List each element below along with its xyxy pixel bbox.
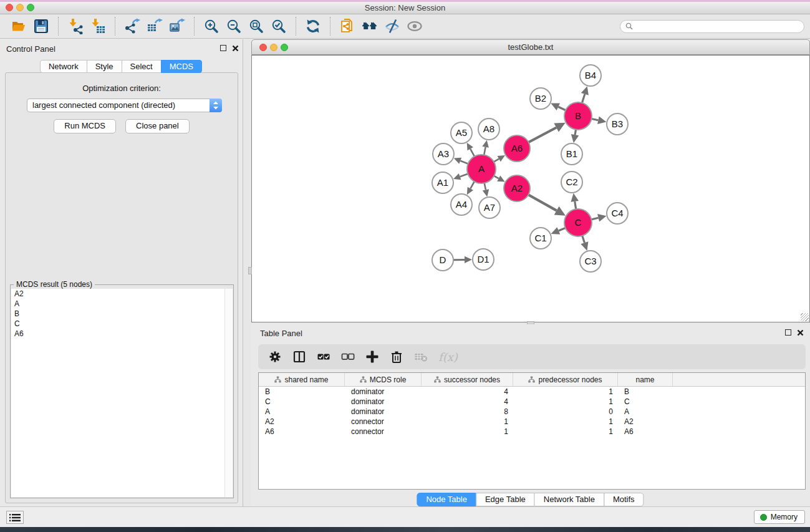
graph-node-B4[interactable]: B4 (580, 65, 601, 86)
search-input[interactable] (636, 21, 799, 31)
mcds-result-item[interactable]: A (11, 299, 233, 309)
export-table-button[interactable] (143, 16, 166, 36)
graph-node-A7[interactable]: A7 (479, 197, 500, 218)
network-window-titlebar[interactable]: testGlobe.txt (251, 39, 810, 55)
run-mcds-button[interactable]: Run MCDS (54, 119, 116, 133)
column-settings-button[interactable] (268, 350, 282, 364)
import-table-button[interactable] (87, 16, 109, 36)
reset-views-button[interactable] (359, 16, 381, 36)
float-panel-icon[interactable] (220, 45, 226, 51)
export-image-button[interactable] (166, 16, 188, 36)
table-cell[interactable]: C (259, 397, 345, 407)
table-row[interactable]: A2connector11A2 (259, 417, 805, 427)
table-cell[interactable]: 1 (513, 397, 618, 407)
delete-table-button[interactable] (414, 350, 428, 364)
column-header-shared-name[interactable]: shared name (259, 373, 345, 386)
tab-motifs[interactable]: Motifs (604, 493, 644, 506)
tab-node-table[interactable]: Node Table (417, 493, 476, 506)
delete-column-button[interactable] (390, 350, 403, 364)
mcds-result-item[interactable]: C (11, 319, 233, 329)
save-session-button[interactable] (30, 16, 52, 36)
zoom-selected-button[interactable] (268, 16, 290, 36)
memory-button[interactable]: Memory (754, 510, 805, 524)
table-cell[interactable]: 0 (513, 407, 618, 417)
tab-style[interactable]: Style (87, 60, 122, 73)
table-cell[interactable]: 1 (513, 417, 618, 427)
search-field[interactable] (620, 20, 804, 33)
table-cell[interactable]: 8 (422, 407, 513, 417)
table-cell[interactable]: A2 (618, 417, 673, 427)
graph-node-B[interactable]: B (564, 102, 592, 130)
graph-node-C4[interactable]: C4 (607, 203, 628, 224)
graph-node-D[interactable]: D (432, 249, 453, 271)
refresh-layout-button[interactable] (302, 16, 324, 36)
task-history-button[interactable] (6, 511, 24, 524)
add-column-button[interactable] (365, 350, 379, 364)
deselect-all-button[interactable] (341, 350, 355, 364)
show-columns-button[interactable] (292, 350, 306, 364)
graph-node-A1[interactable]: A1 (432, 172, 453, 193)
table-cell[interactable]: 4 (422, 387, 513, 397)
table-cell[interactable]: dominator (345, 397, 422, 407)
network-minimize-button[interactable] (270, 44, 277, 51)
close-panel-button[interactable]: Close panel (125, 119, 190, 133)
window-resize-grip[interactable] (801, 313, 809, 321)
mcds-result-list[interactable]: A2ABCA6 (11, 289, 233, 497)
graph-node-A2[interactable]: A2 (504, 175, 530, 201)
table-cell[interactable]: B (618, 387, 673, 397)
show-graphics-button[interactable] (403, 16, 426, 36)
criterion-dropdown[interactable]: largest connected component (directed) (27, 99, 222, 112)
table-cell[interactable]: A (618, 407, 673, 417)
table-cell[interactable]: A (259, 407, 345, 417)
graph-node-C[interactable]: C (564, 209, 592, 236)
table-cell[interactable]: 1 (513, 387, 618, 397)
table-cell[interactable]: dominator (345, 407, 422, 417)
export-network-button[interactable] (121, 16, 143, 36)
network-graph[interactable]: AA1A2A3A4A5A6A7A8BB1B2B3B4CC1C2C3C4DD1 (252, 56, 809, 322)
graph-node-B1[interactable]: B1 (561, 143, 582, 165)
graph-node-A[interactable]: A (467, 155, 496, 183)
table-cell[interactable]: dominator (345, 387, 422, 397)
graph-node-B3[interactable]: B3 (607, 114, 628, 135)
tab-mcds[interactable]: MCDS (161, 60, 202, 73)
table-row[interactable]: Adominator80A (259, 407, 805, 417)
hide-graphics-button[interactable] (381, 16, 403, 36)
graph-node-C3[interactable]: C3 (580, 251, 601, 272)
graph-node-D1[interactable]: D1 (473, 249, 494, 270)
float-table-panel-icon[interactable] (785, 329, 791, 336)
import-network-button[interactable] (64, 16, 87, 36)
table-cell[interactable]: connector (345, 417, 422, 427)
column-header-successor-nodes[interactable]: successor nodes (422, 373, 513, 386)
table-cell[interactable]: A6 (259, 427, 345, 437)
graph-node-A5[interactable]: A5 (451, 122, 472, 143)
graph-node-A8[interactable]: A8 (478, 118, 499, 140)
tab-network-table[interactable]: Network Table (534, 493, 604, 506)
table-row[interactable]: Cdominator41C (259, 397, 805, 407)
column-header-name[interactable]: name (618, 373, 673, 386)
result-scrollbar[interactable] (224, 289, 233, 497)
zoom-out-button[interactable] (223, 16, 245, 36)
table-row[interactable]: Bdominator41B (259, 387, 805, 397)
zoom-in-button[interactable] (200, 16, 223, 36)
minimize-window-button[interactable] (16, 4, 24, 11)
select-all-button[interactable] (317, 350, 330, 364)
graph-node-A6[interactable]: A6 (504, 135, 530, 162)
node-table[interactable]: shared nameMCDS rolesuccessor nodesprede… (258, 372, 806, 490)
mcds-result-item[interactable]: A6 (11, 329, 233, 339)
column-header-predecessor-nodes[interactable]: predecessor nodes (513, 373, 618, 386)
mcds-result-item[interactable]: A2 (11, 289, 233, 299)
table-row[interactable]: A6connector11A6 (259, 427, 805, 437)
tab-select[interactable]: Select (122, 60, 162, 73)
column-header-MCDS-role[interactable]: MCDS role (345, 373, 422, 386)
mcds-result-item[interactable]: B (11, 309, 233, 319)
table-cell[interactable]: B (259, 387, 345, 397)
network-canvas[interactable]: AA1A2A3A4A5A6A7A8BB1B2B3B4CC1C2C3C4DD1 (251, 55, 810, 322)
clone-network-button[interactable] (336, 16, 359, 36)
graph-node-B2[interactable]: B2 (530, 88, 551, 109)
network-close-button[interactable] (259, 44, 267, 51)
table-cell[interactable]: C (618, 397, 673, 407)
tab-network[interactable]: Network (40, 60, 87, 73)
graph-node-A3[interactable]: A3 (433, 143, 454, 165)
open-session-button[interactable] (7, 16, 30, 36)
dropdown-stepper-icon[interactable] (210, 99, 222, 112)
